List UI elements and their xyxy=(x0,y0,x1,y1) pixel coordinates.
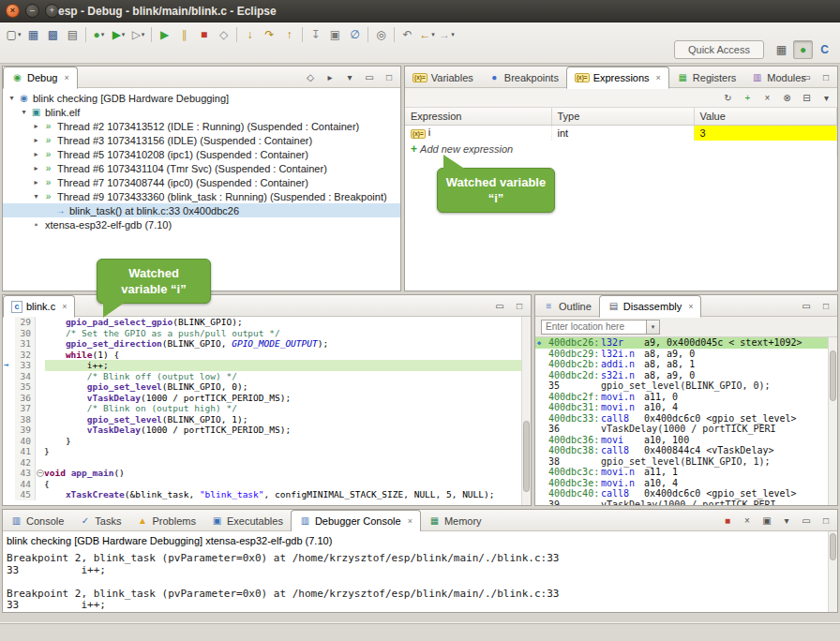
close-tab-icon[interactable]: × xyxy=(688,302,693,311)
instruction-stepping-mode-icon[interactable]: ▸ xyxy=(323,69,337,84)
tab-disassembly[interactable]: ▤Disassembly× xyxy=(599,295,702,318)
disconnect-icon[interactable]: ◇ xyxy=(214,25,233,44)
line-number[interactable]: 33 xyxy=(15,360,36,371)
tab-outline[interactable]: ≡Outline xyxy=(535,295,599,317)
tree-expander-icon[interactable]: ▾ xyxy=(31,192,41,201)
disassembly-instruction-row[interactable]: 400dbc2b:addi.na8, a8, 1 xyxy=(535,359,828,370)
code-line[interactable]: 39 vTaskDelay(1000 / portTICK_PERIOD_MS)… xyxy=(3,425,521,436)
quick-access-button[interactable]: Quick Access xyxy=(674,40,764,59)
search-icon[interactable]: ◎ xyxy=(371,25,391,44)
refresh-icon[interactable]: ↻ xyxy=(721,90,735,105)
close-tab-icon[interactable]: × xyxy=(408,516,412,526)
code-line[interactable]: 44{ xyxy=(3,479,521,490)
tab-variables[interactable]: (x)=Variables xyxy=(405,67,481,88)
skip-all-breakpoints-icon[interactable]: ∅ xyxy=(345,25,365,44)
tree-row[interactable]: ▸»Thread #6 1073431104 (Tmr Svc) (Suspen… xyxy=(3,161,400,175)
tab-tasks[interactable]: ✓Tasks xyxy=(71,510,128,531)
line-number[interactable]: 30 xyxy=(15,328,36,339)
line-number[interactable]: 31 xyxy=(15,338,36,350)
tree-expander-icon[interactable]: ▸ xyxy=(31,122,41,130)
minimize-icon[interactable]: ▭ xyxy=(363,69,376,84)
line-number[interactable]: 36 xyxy=(15,393,36,404)
tab-expressions[interactable]: (x)=Expressions× xyxy=(566,67,669,89)
column-header-value[interactable]: Value xyxy=(694,108,837,125)
tree-row[interactable]: ▸»Thread #5 1073410208 (ipc1) (Suspended… xyxy=(3,147,400,161)
maximize-icon[interactable]: □ xyxy=(819,69,832,84)
close-tab-icon[interactable]: × xyxy=(656,73,661,82)
code-line[interactable]: →33 i++; xyxy=(3,360,521,371)
line-number[interactable]: 37 xyxy=(15,403,36,414)
expression-value-cell[interactable]: 3 xyxy=(694,125,837,141)
maximize-icon[interactable]: □ xyxy=(382,69,396,84)
editor-scrollbar[interactable] xyxy=(521,317,531,505)
code-line[interactable]: 30 /* Set the GPIO as a push/pull output… xyxy=(3,328,521,339)
column-header-type[interactable]: Type xyxy=(551,108,694,125)
tree-expander-icon[interactable]: ▸ xyxy=(31,136,41,144)
location-dropdown-icon[interactable]: ▾ xyxy=(646,320,660,335)
terminate-icon[interactable]: ■ xyxy=(194,25,214,44)
maximize-icon[interactable]: □ xyxy=(819,513,832,528)
code-line[interactable]: 29 gpio_pad_select_gpio(BLINK_GPIO); xyxy=(3,317,521,328)
disassembly-instruction-row[interactable]: 400dbc40:call80x400dc6c0 <gpio_set_level… xyxy=(535,488,828,499)
column-header-expression[interactable]: Expression xyxy=(405,108,551,125)
code-line[interactable]: 31 gpio_set_direction(BLINK_GPIO, GPIO_M… xyxy=(3,338,521,350)
disassembly-instruction-row[interactable]: 400dbc3e:movi.na10, 4 xyxy=(535,478,828,489)
tree-expander-icon[interactable]: ▾ xyxy=(19,108,29,116)
last-edit-location-icon[interactable]: ↶ xyxy=(398,25,417,44)
close-tab-icon[interactable]: × xyxy=(64,73,68,82)
code-line[interactable]: 37 /* Blink on (output high) */ xyxy=(3,403,521,414)
display-selected-console-icon[interactable]: ▾ xyxy=(780,513,793,528)
disassembly-instruction-row[interactable]: 400dbc31:movi.na10, 4 xyxy=(535,402,828,413)
disassembly-instruction-row[interactable]: 400dbc29:l32i.na8, a9, 0 xyxy=(535,349,828,360)
disassembly-instruction-row[interactable]: 400dbc2f:movi.na11, 0 xyxy=(535,392,828,403)
open-perspective-icon[interactable]: ▦ xyxy=(772,40,791,59)
tree-expander-icon[interactable]: ▸ xyxy=(31,178,41,186)
remove-expression-icon[interactable]: × xyxy=(760,90,774,105)
line-number[interactable]: 34 xyxy=(15,371,36,382)
console-scrollbar-thumb[interactable] xyxy=(830,533,836,560)
new-wizard-icon[interactable]: ▢▾ xyxy=(4,25,23,44)
line-number[interactable]: 44 xyxy=(15,479,36,490)
back-icon[interactable]: ←▾ xyxy=(417,25,437,44)
step-over-icon[interactable]: ↷ xyxy=(260,25,279,44)
code-line[interactable]: 35 gpio_set_level(BLINK_GPIO, 0); xyxy=(3,381,521,393)
maximize-icon[interactable]: □ xyxy=(513,298,526,313)
line-number[interactable]: 40 xyxy=(15,436,36,447)
disassembly-source-row[interactable]: 38gpio_set_level(BLINK_GPIO, 1); xyxy=(535,456,828,468)
tree-row[interactable]: ▾▣blink.elf xyxy=(3,105,400,119)
disassembly-source-row[interactable]: 36vTaskDelay(1000 / portTICK_PERI xyxy=(535,424,828,435)
code-line[interactable]: 36 vTaskDelay(1000 / portTICK_PERIOD_MS)… xyxy=(3,393,521,404)
remove-all-expressions-icon[interactable]: ⊗ xyxy=(780,90,794,105)
editor-scrollbar-thumb[interactable] xyxy=(523,421,530,492)
save-all-icon[interactable]: ▩ xyxy=(43,25,63,44)
disassembly-source-row[interactable]: 35gpio_set_level(BLINK_GPIO, 0); xyxy=(535,380,828,392)
instruction-stepping-icon[interactable]: ▣ xyxy=(325,25,345,44)
tab-debugger-console[interactable]: ▥Debugger Console× xyxy=(291,510,421,532)
disassembly-instruction-row[interactable]: 400dbc3c:movi.na11, 1 xyxy=(535,467,828,478)
tree-row[interactable]: ▸»Thread #3 1073413156 (IDLE) (Suspended… xyxy=(3,133,400,147)
minimize-icon[interactable]: ▭ xyxy=(800,513,813,528)
minimize-icon[interactable]: ▭ xyxy=(800,298,813,313)
line-number[interactable]: 29 xyxy=(15,317,36,328)
suspend-icon[interactable]: ∥ xyxy=(174,25,194,44)
add-expression-row[interactable]: + Add new expression xyxy=(405,141,837,157)
tree-row[interactable]: →blink_task() at blink.c:33 0x400dbc26 xyxy=(3,203,400,217)
connect-icon[interactable]: ◇ xyxy=(304,69,317,84)
disassembly-source-row[interactable]: 39vTaskDelay(1000 / portTICK_PERI xyxy=(535,499,828,506)
view-menu-icon[interactable]: ▾ xyxy=(343,69,356,84)
tree-expander-icon[interactable]: ▾ xyxy=(7,94,17,102)
editor-code-area[interactable]: 29 gpio_pad_select_gpio(BLINK_GPIO);30 /… xyxy=(3,317,521,505)
console-output[interactable]: blink checking [GDB Hardware Debugging] … xyxy=(3,531,828,612)
pin-console-icon[interactable]: ▣ xyxy=(760,513,773,528)
resume-icon[interactable]: ▶ xyxy=(155,25,174,44)
forward-icon[interactable]: →▾ xyxy=(437,25,457,44)
minimize-icon[interactable]: ▭ xyxy=(493,298,506,313)
disassembly-instruction-row[interactable]: 400dbc38:call80x400844c4 <vTaskDelay> xyxy=(535,445,828,456)
line-number[interactable]: 35 xyxy=(15,381,36,393)
view-menu-icon[interactable]: ▾ xyxy=(819,90,833,105)
expression-row[interactable]: (x)= i int 3 xyxy=(405,125,837,141)
code-line[interactable]: 45 xTaskCreate(&blink_task, "blink_task"… xyxy=(3,489,521,500)
tab-debug[interactable]: ◉Debug× xyxy=(3,67,78,89)
line-number[interactable]: 42 xyxy=(15,457,36,469)
line-number[interactable]: 39 xyxy=(15,425,36,436)
